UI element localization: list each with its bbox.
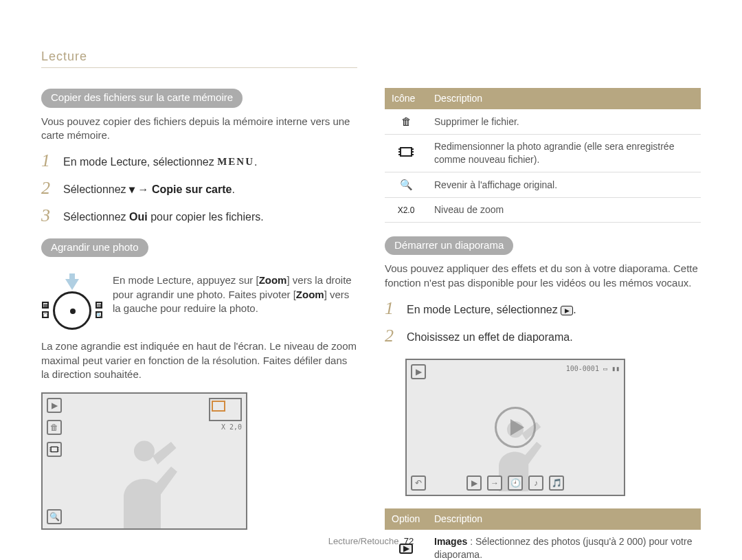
trash-icon: 🗑: [385, 109, 427, 135]
page-footer: Lecture/Retouche 72: [0, 535, 742, 548]
chevron-down-icon: ▾: [129, 183, 135, 195]
memory-card-icon: ▭: [603, 364, 607, 374]
battery-icon: ▮▮: [611, 364, 620, 374]
th-option: Option: [385, 508, 427, 530]
heading-zoom: Agrandir une photo: [41, 238, 148, 257]
zoom-dial-illustration: ▦ ▢ ▤ 🔍: [41, 273, 103, 330]
music-off-icon: ♪: [528, 475, 543, 491]
play-icon: ▶: [411, 364, 426, 379]
sound-off-icon: 🎵: [549, 475, 564, 491]
step-1: 1 En mode Lecture, sélectionnez ▶.: [385, 300, 701, 317]
th-icon: Icône: [385, 88, 427, 109]
clock-icon: 🕘: [508, 475, 523, 491]
menu-button-icon: MENU: [217, 155, 254, 168]
right-column: Icône Description 🗑 Supprimer le fichier…: [385, 48, 701, 560]
grid-icon: ▦: [42, 302, 49, 309]
zoom-instruction-text: En mode Lecture, appuyez sur [Zoom] vers…: [113, 273, 357, 315]
table-row: X2.0 Niveau de zoom: [385, 198, 701, 223]
minimap-icon: [209, 398, 242, 421]
zoom-level-text: X2.0: [385, 198, 427, 223]
step-2: 2 Sélectionnez ▾ → Copie sur carte.: [41, 179, 357, 197]
crop-film-icon: [385, 135, 427, 172]
table-row: 🗑 Supprimer le fichier.: [385, 109, 701, 135]
zoom-dial-icon: [53, 291, 91, 330]
images-select-icon: ▶: [466, 475, 482, 491]
arrow-down-icon: [65, 279, 79, 290]
play-overlay-icon: [495, 407, 536, 448]
left-column: Lecture Copier des fichiers sur la carte…: [41, 48, 357, 560]
th-desc: Description: [427, 88, 701, 109]
step-3: 3 Sélectionnez Oui pour copier les fichi…: [41, 207, 357, 225]
arrow-right-icon: →: [487, 475, 502, 491]
zoom-paragraph: La zone agrandie est indiquée en haut de…: [41, 339, 357, 381]
table-row: Redimensionner la photo agrandie (elle s…: [385, 135, 701, 172]
slideshow-play-icon: ▶: [561, 306, 573, 315]
play-icon: ▶: [47, 398, 62, 413]
th-desc: Description: [427, 508, 701, 530]
heading-copy-files: Copier des fichiers sur la carte mémoire: [41, 89, 243, 107]
zoom-instruction-row: ▦ ▢ ▤ 🔍 En mode Lecture, appuyez sur [Zo…: [41, 273, 357, 330]
section-title: Lecture: [41, 48, 357, 68]
intro-copy-files: Vous pouvez copier des fichiers depuis l…: [41, 115, 357, 143]
child-silhouette-icon: [93, 425, 196, 528]
intro-slideshow: Vous pouvez appliquer des effets et du s…: [385, 262, 701, 290]
zoom-level-label: X 2,0: [209, 423, 242, 432]
slideshow-screen-illustration: ▶ 100-0001 ▭ ▮▮ ↶ ▶ → 🕘 ♪ 🎵: [405, 359, 625, 496]
steps-copy-files: 1 En mode Lecture, sélectionnez MENU. 2 …: [41, 152, 357, 225]
magnify-out-icon: 🔍: [47, 509, 62, 524]
icon-description-table: Icône Description 🗑 Supprimer le fichier…: [385, 88, 701, 223]
option-description-table: Option Description ▶ Images : Sélectionn…: [385, 508, 701, 560]
step-1: 1 En mode Lecture, sélectionnez MENU.: [41, 152, 357, 170]
magnify-icon: 🔍: [385, 172, 427, 197]
table-row: 🔍 Revenir à l'affichage original.: [385, 172, 701, 197]
magnify-icon: 🔍: [95, 311, 102, 318]
zoom-screen-illustration: ▶ 🗑 🔍 X 2,0: [41, 392, 247, 530]
heading-slideshow: Démarrer un diaporama: [385, 236, 513, 255]
steps-slideshow: 1 En mode Lecture, sélectionnez ▶. 2 Cho…: [385, 300, 701, 345]
square-icon: ▢: [42, 311, 49, 318]
image-icon: ▤: [95, 302, 102, 309]
trash-icon: 🗑: [47, 420, 62, 435]
step-2: 2 Choisissez un effet de diaporama.: [385, 327, 701, 345]
crop-film-icon: [47, 442, 62, 457]
file-counter: 100-0001: [566, 364, 599, 374]
back-arrow-icon: ↶: [411, 475, 426, 491]
